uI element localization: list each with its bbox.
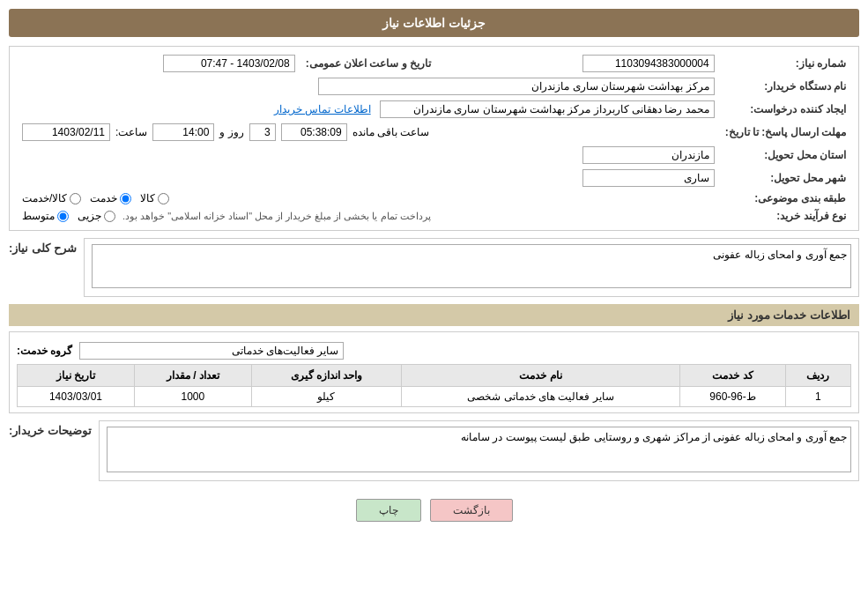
radio-kala-khedmat-label: کالا/خدمت <box>22 192 67 204</box>
page-header: جزئیات اطلاعات نیاز <box>9 9 859 37</box>
services-table-body: 1ط-96-960سایر فعالیت های خدماتی شخصیکیلو… <box>18 387 851 407</box>
button-group: بازگشت چاپ <box>9 492 859 529</box>
radio-khedmat-label: خدمت <box>90 192 117 204</box>
deadline-days: 3 <box>249 123 276 141</box>
announce-date-label: تاریخ و ساعت اعلان عمومی: <box>300 52 436 75</box>
process-description: پرداخت تمام یا بخشی از مبلغ خریدار از مح… <box>122 211 431 222</box>
province-input: مازندران <box>582 146 715 164</box>
cell-quantity: 1000 <box>134 387 251 407</box>
creator-label: ایجاد کننده درخواست: <box>720 98 851 121</box>
deadline-label: مهلت ارسال پاسخ: تا تاریخ: <box>720 121 851 144</box>
services-table-header-row: ردیف کد خدمت نام خدمت واحد اندازه گیری ت… <box>18 365 851 387</box>
need-desc-label: شرح کلی نیاز: <box>9 238 77 255</box>
services-header: اطلاعات خدمات مورد نیاز <box>9 304 859 326</box>
deadline-days-label: روز و <box>219 126 243 138</box>
cell-row: 1 <box>785 387 850 407</box>
print-button[interactable]: چاپ <box>356 499 421 522</box>
cell-unit: کیلو <box>251 387 401 407</box>
city-input: ساری <box>582 169 715 187</box>
service-group-label: گروه خدمت: <box>17 345 72 357</box>
info-table: شماره نیاز: 1103094383000004 تاریخ و ساع… <box>17 52 851 225</box>
deadline-time: 14:00 <box>152 123 214 141</box>
deadline-date: 1403/02/11 <box>22 123 110 141</box>
process-content: متوسط جزیی پرداخت تمام یا بخشی از مبلغ خ… <box>17 207 720 225</box>
radio-motevaset[interactable]: متوسط <box>22 210 69 222</box>
radio-jozei[interactable]: جزیی <box>78 210 115 222</box>
row-province: استان محل تحویل: مازندران <box>17 144 851 167</box>
col-row: ردیف <box>785 365 850 387</box>
radio-kala-khedmat-input[interactable] <box>70 193 81 204</box>
service-group-value: سایر فعالیت‌های خدماتی <box>79 342 344 360</box>
row-creator: ایجاد کننده درخواست: محمد رضا دهقانی کار… <box>17 98 851 121</box>
buyer-org-label: نام دستگاه خریدار: <box>720 75 851 98</box>
need-number-value: 1103094383000004 <box>436 52 720 75</box>
province-label: استان محل تحویل: <box>720 144 851 167</box>
table-row: 1ط-96-960سایر فعالیت های خدماتی شخصیکیلو… <box>18 387 851 407</box>
back-button[interactable]: بازگشت <box>430 499 513 522</box>
province-value: مازندران <box>17 144 720 167</box>
buyer-desc-row: توضیحات خریدار: <box>9 420 859 481</box>
page-title: جزئیات اطلاعات نیاز <box>382 16 486 30</box>
col-unit: واحد اندازه گیری <box>251 365 401 387</box>
city-value: ساری <box>17 167 720 189</box>
announce-date-input: 1403/02/08 - 07:47 <box>163 55 295 72</box>
deadline-remaining: 05:38:09 <box>281 123 347 141</box>
process-container: متوسط جزیی پرداخت تمام یا بخشی از مبلغ خ… <box>22 210 715 222</box>
need-desc-section <box>84 238 859 297</box>
buyer-org-input: مرکز بهداشت شهرستان ساری مازندران <box>318 78 715 95</box>
process-radio-group: متوسط جزیی <box>22 210 115 222</box>
cell-code: ط-96-960 <box>680 387 786 407</box>
cell-name: سایر فعالیت های خدماتی شخصی <box>401 387 679 407</box>
radio-khedmat-input[interactable] <box>120 193 131 204</box>
creator-value: محمد رضا دهقانی کاربرداز مرکز بهداشت شهر… <box>17 98 720 121</box>
radio-kala-input[interactable] <box>158 193 169 204</box>
services-table: ردیف کد خدمت نام خدمت واحد اندازه گیری ت… <box>17 364 851 407</box>
deadline-time-label: ساعت: <box>115 126 147 138</box>
process-label: نوع فرآیند خرید: <box>720 207 851 225</box>
col-name: نام خدمت <box>401 365 679 387</box>
services-section: گروه خدمت: سایر فعالیت‌های خدماتی ردیف ک… <box>9 331 859 413</box>
need-desc-textarea[interactable] <box>92 244 851 288</box>
deadline-remaining-label: ساعت باقی مانده <box>352 126 430 138</box>
row-process: نوع فرآیند خرید: متوسط جزیی <box>17 207 851 225</box>
radio-motevaset-label: متوسط <box>22 210 55 222</box>
radio-kala-label: کالا <box>140 192 155 204</box>
need-number-label: شماره نیاز: <box>720 52 851 75</box>
radio-khedmat[interactable]: خدمت <box>90 192 131 204</box>
contact-link[interactable]: اطلاعات تماس خریدار <box>274 103 371 115</box>
col-date: تاریخ نیاز <box>18 365 135 387</box>
need-desc-row: شرح کلی نیاز: <box>9 238 859 297</box>
buyer-desc-textarea[interactable] <box>107 427 851 472</box>
timer-container: 1403/02/11 ساعت: 14:00 روز و 3 05:38:09 … <box>22 123 715 141</box>
need-desc-container <box>84 238 859 297</box>
city-label: شهر محل تحویل: <box>720 167 851 189</box>
service-group-row: گروه خدمت: سایر فعالیت‌های خدماتی <box>17 342 851 360</box>
category-radio-group: کالا/خدمت خدمت کالا <box>22 192 715 204</box>
cell-date: 1403/03/01 <box>18 387 135 407</box>
radio-motevaset-input[interactable] <box>57 211 69 222</box>
row-category: طبقه بندی موضوعی: کالا/خدمت خدمت <box>17 189 851 207</box>
col-qty: تعداد / مقدار <box>134 365 251 387</box>
radio-jozei-label: جزیی <box>78 210 101 222</box>
buyer-desc-container <box>99 420 859 481</box>
need-number-input: 1103094383000004 <box>582 55 715 72</box>
deadline-values: 1403/02/11 ساعت: 14:00 روز و 3 05:38:09 … <box>17 121 720 144</box>
category-label: طبقه بندی موضوعی: <box>720 189 851 207</box>
buyer-desc-label: توضیحات خریدار: <box>9 420 92 437</box>
main-info-section: شماره نیاز: 1103094383000004 تاریخ و ساع… <box>9 46 859 231</box>
radio-kala[interactable]: کالا <box>140 192 169 204</box>
buyer-desc-section <box>99 420 859 481</box>
row-need-number: شماره نیاز: 1103094383000004 تاریخ و ساع… <box>17 52 851 75</box>
category-radios: کالا/خدمت خدمت کالا <box>17 189 720 207</box>
creator-input: محمد رضا دهقانی کاربرداز مرکز بهداشت شهر… <box>380 100 715 118</box>
col-code: کد خدمت <box>680 365 786 387</box>
row-city: شهر محل تحویل: ساری <box>17 167 851 189</box>
services-table-head: ردیف کد خدمت نام خدمت واحد اندازه گیری ت… <box>18 365 851 387</box>
row-deadline: مهلت ارسال پاسخ: تا تاریخ: 1403/02/11 سا… <box>17 121 851 144</box>
radio-jozei-input[interactable] <box>104 211 115 222</box>
radio-kala-khedmat[interactable]: کالا/خدمت <box>22 192 81 204</box>
buyer-org-value: مرکز بهداشت شهرستان ساری مازندران <box>17 75 720 98</box>
announce-date-value: 1403/02/08 - 07:47 <box>17 52 300 75</box>
row-buyer-org: نام دستگاه خریدار: مرکز بهداشت شهرستان س… <box>17 75 851 98</box>
